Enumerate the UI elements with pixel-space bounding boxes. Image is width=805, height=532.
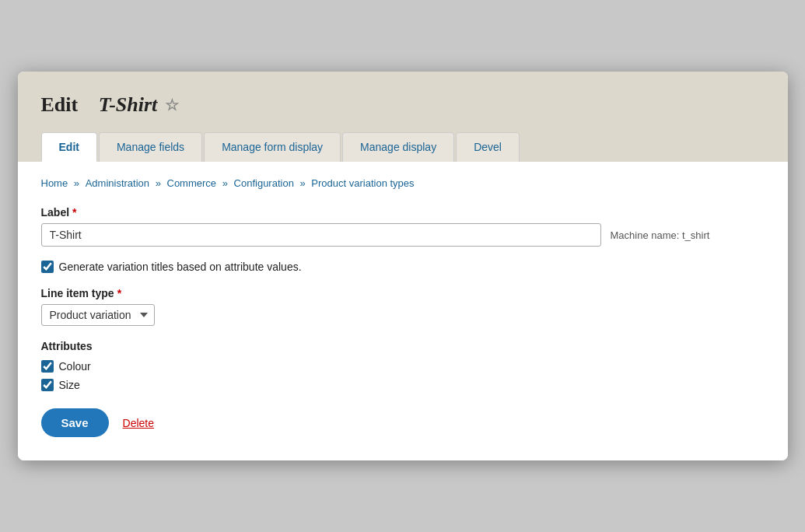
attribute-colour-label: Colour — [59, 360, 91, 373]
tab-bar: Edit Manage fields Manage form display M… — [41, 132, 765, 162]
tab-devel[interactable]: Devel — [456, 132, 520, 162]
attribute-size-label: Size — [59, 379, 80, 391]
tab-manage-display[interactable]: Manage display — [342, 132, 454, 162]
page-title: Edit T-Shirt ☆ — [41, 93, 765, 117]
label-input[interactable] — [41, 223, 601, 247]
breadcrumb-separator-3: » — [222, 177, 231, 189]
line-item-required-marker: * — [117, 287, 121, 299]
window-header: Edit T-Shirt ☆ Edit Manage fields Manage… — [18, 72, 788, 162]
breadcrumb-separator-4: » — [300, 177, 309, 189]
tab-edit[interactable]: Edit — [41, 132, 97, 162]
breadcrumb: Home » Administration » Commerce » Confi… — [41, 177, 765, 189]
breadcrumb-product-variation-types[interactable]: Product variation types — [311, 177, 414, 189]
form-actions: Save Delete — [41, 408, 765, 437]
attributes-title: Attributes — [41, 340, 765, 352]
label-input-row: Machine name: t_shirt — [41, 223, 765, 247]
bookmark-icon[interactable]: ☆ — [165, 96, 179, 114]
generate-titles-checkbox[interactable] — [41, 261, 54, 273]
generate-titles-row: Generate variation titles based on attri… — [41, 261, 765, 273]
delete-button[interactable]: Delete — [123, 417, 154, 429]
label-field-label: Label * — [41, 206, 765, 219]
breadcrumb-commerce[interactable]: Commerce — [167, 177, 217, 189]
label-required-marker: * — [72, 206, 76, 219]
line-item-type-select[interactable]: Product variation — [41, 304, 155, 326]
attribute-colour-checkbox[interactable] — [41, 360, 54, 373]
attribute-size-checkbox[interactable] — [41, 379, 54, 391]
attribute-size-row: Size — [41, 379, 765, 391]
line-item-type-section: Line item type * Product variation — [41, 287, 765, 326]
label-field-section: Label * Machine name: t_shirt — [41, 206, 765, 247]
attribute-colour-row: Colour — [41, 360, 765, 373]
breadcrumb-separator-2: » — [156, 177, 164, 189]
breadcrumb-separator-1: » — [74, 177, 82, 189]
tab-manage-form-display[interactable]: Manage form display — [204, 132, 341, 162]
line-item-type-label: Line item type * — [41, 287, 765, 299]
attributes-section: Attributes Colour Size — [41, 340, 765, 391]
breadcrumb-administration[interactable]: Administration — [86, 177, 149, 189]
page-title-name: T-Shirt — [99, 93, 158, 117]
breadcrumb-home[interactable]: Home — [41, 177, 68, 189]
breadcrumb-configuration[interactable]: Configuration — [234, 177, 294, 189]
save-button[interactable]: Save — [41, 408, 109, 437]
main-content: Home » Administration » Commerce » Confi… — [18, 162, 788, 460]
generate-titles-label: Generate variation titles based on attri… — [59, 261, 302, 273]
machine-name-label: Machine name: t_shirt — [611, 229, 710, 241]
tab-manage-fields[interactable]: Manage fields — [99, 132, 202, 162]
main-window: Edit T-Shirt ☆ Edit Manage fields Manage… — [18, 72, 788, 460]
page-title-prefix: Edit — [41, 93, 79, 117]
